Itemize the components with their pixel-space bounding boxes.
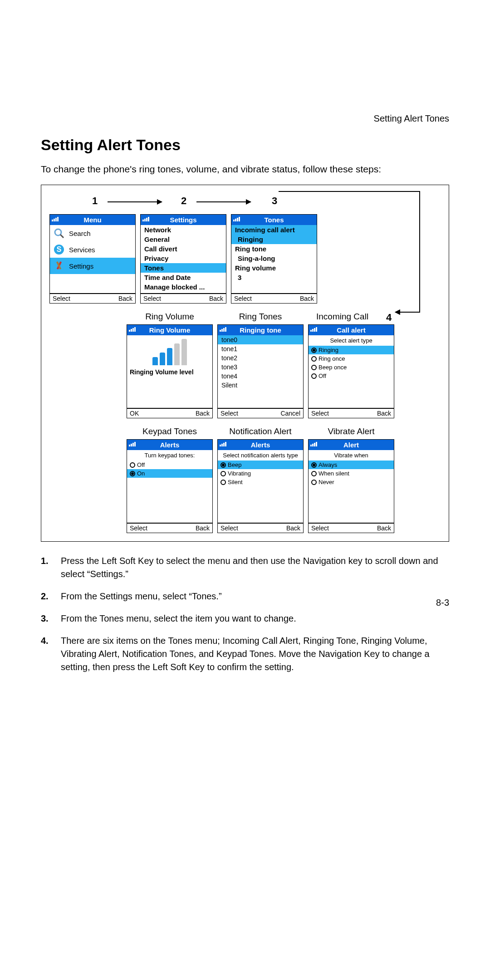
arrow-icon — [108, 201, 162, 202]
menu-item-label: Settings — [69, 262, 93, 270]
keypad-option[interactable]: On — [127, 469, 212, 478]
softkey-left[interactable]: Select — [53, 295, 70, 302]
step-number-4: 4 — [386, 312, 392, 323]
connector-line — [419, 191, 420, 313]
connector-line — [399, 312, 419, 313]
settings-item[interactable]: Time and Date — [141, 273, 226, 282]
screens-row-1: Menu Search S Services — [49, 214, 441, 304]
vibrate-caption: Vibrate when — [309, 450, 394, 461]
phone-ring-tones: Ringing tone tone0 tone1 tone2 tone3 ton… — [217, 324, 304, 418]
softkey-left[interactable]: Select — [130, 524, 147, 532]
tone-option[interactable]: tone0 — [218, 335, 303, 344]
vibrate-option[interactable]: Always — [309, 461, 394, 469]
step-bullet: 1. — [41, 554, 61, 581]
instruction-item: 2.From the Settings menu, select “Tones.… — [41, 590, 449, 603]
tones-header[interactable]: Ring tone — [231, 244, 317, 254]
notification-option[interactable]: Vibrating — [218, 469, 303, 478]
svg-text:S: S — [57, 245, 62, 253]
settings-item[interactable]: Call divert — [141, 244, 226, 254]
menu-item-services[interactable]: S Services — [50, 241, 135, 258]
alert-option[interactable]: Off — [309, 372, 394, 380]
titlebar: Settings — [141, 215, 226, 225]
signal-icon — [52, 217, 59, 221]
breadcrumb: Setting Alert Tones — [374, 113, 449, 124]
step-number-2: 2 — [181, 195, 186, 207]
volume-bars-icon[interactable] — [127, 335, 212, 367]
softkey-right[interactable]: Back — [377, 410, 391, 417]
signal-icon — [129, 327, 136, 332]
radio-icon — [130, 471, 135, 476]
softkey-left[interactable]: Select — [311, 524, 329, 532]
radio-icon — [311, 462, 317, 468]
signal-icon — [310, 327, 317, 332]
settings-item[interactable]: Privacy — [141, 254, 226, 263]
page-number: 8-3 — [436, 598, 449, 608]
settings-item[interactable]: Network — [141, 225, 226, 235]
page-title: Setting Alert Tones — [41, 136, 449, 154]
vibrate-option[interactable]: Never — [309, 478, 394, 486]
phone-ring-volume: Ring Volume Ringing Volume level OKBack — [127, 324, 213, 418]
keypad-option[interactable]: Off — [127, 461, 212, 469]
signal-icon — [233, 217, 240, 221]
notification-option[interactable]: Beep — [218, 461, 303, 469]
figure-box: 1 2 3 Menu Search S — [41, 185, 449, 542]
alert-option[interactable]: Ring once — [309, 354, 394, 363]
alert-option[interactable]: Beep once — [309, 363, 394, 372]
step-bullet: 4. — [41, 634, 61, 674]
softkey-right[interactable]: Back — [196, 524, 210, 532]
softkey-right[interactable]: Back — [118, 295, 132, 302]
radio-icon — [220, 471, 226, 476]
tones-header[interactable]: Ring volume — [231, 263, 317, 273]
alert-caption: Select alert type — [309, 335, 394, 346]
step-text: From the Tones menu, select the item you… — [61, 612, 449, 625]
titlebar: Tones — [231, 215, 317, 225]
signal-icon — [129, 442, 136, 446]
title: Ringing tone — [240, 326, 281, 334]
phone-call-alert: Call alert Select alert type Ringing Rin… — [308, 324, 394, 418]
tone-option[interactable]: tone3 — [218, 363, 303, 372]
tone-option[interactable]: Silent — [218, 381, 303, 390]
settings-item-tones[interactable]: Tones — [141, 263, 226, 273]
title: Call alert — [337, 326, 365, 334]
vibrate-option[interactable]: When silent — [309, 469, 394, 478]
settings-item[interactable]: General — [141, 235, 226, 244]
softkey-left[interactable]: Select — [143, 295, 161, 302]
softkey-left[interactable]: OK — [130, 410, 139, 417]
tones-header[interactable]: Incoming call alert — [231, 225, 317, 235]
radio-icon — [220, 462, 226, 468]
volume-caption: Ringing Volume level — [127, 367, 212, 377]
phone-vibrate: Alert Vibrate when Always When silent Ne… — [308, 439, 394, 533]
tone-option[interactable]: tone4 — [218, 372, 303, 381]
signal-icon — [220, 327, 226, 332]
step-number-3: 3 — [272, 195, 277, 207]
skype-icon: S — [53, 243, 65, 256]
radio-icon — [130, 462, 135, 468]
screens-row-3: Keypad Tones Alerts Turn keypad tones: O… — [127, 426, 441, 533]
titlebar: Menu — [50, 215, 135, 225]
tone-option[interactable]: tone1 — [218, 344, 303, 353]
connector-line — [279, 191, 420, 192]
softkey-right[interactable]: Back — [196, 410, 210, 417]
notification-option[interactable]: Silent — [218, 478, 303, 486]
settings-item[interactable]: Manage blocked ... — [141, 282, 226, 292]
softkey-left[interactable]: Select — [311, 410, 329, 417]
alert-option[interactable]: Ringing — [309, 346, 394, 354]
softkey-right[interactable]: Back — [300, 295, 314, 302]
menu-item-settings[interactable]: Settings — [50, 258, 135, 274]
softkey-right[interactable]: Back — [286, 524, 300, 532]
title: Tones — [264, 216, 284, 224]
tones-value: 3 — [231, 273, 317, 282]
step-bullet: 3. — [41, 612, 61, 625]
phone-settings: Settings Network General Call divert Pri… — [140, 214, 226, 304]
tone-option[interactable]: tone2 — [218, 353, 303, 363]
title: Menu — [83, 216, 101, 224]
softkey-right[interactable]: Cancel — [280, 410, 300, 417]
screen-label-incoming-call: Incoming Call — [308, 312, 394, 322]
title: Alerts — [251, 441, 270, 449]
softkey-right[interactable]: Back — [377, 524, 391, 532]
softkey-left[interactable]: Select — [234, 295, 252, 302]
softkey-right[interactable]: Back — [209, 295, 223, 302]
menu-item-search[interactable]: Search — [50, 225, 135, 241]
softkey-left[interactable]: Select — [220, 410, 238, 417]
softkey-left[interactable]: Select — [220, 524, 238, 532]
